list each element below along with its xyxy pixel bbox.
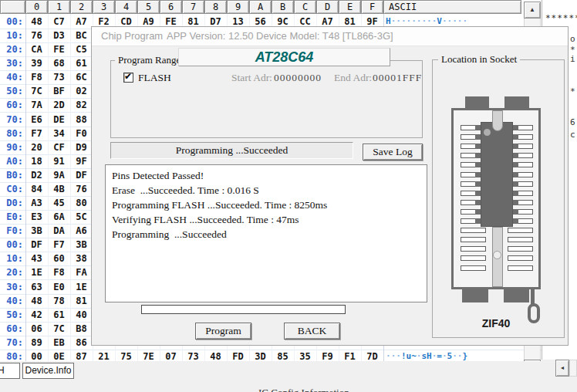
hex-byte-cell[interactable]: 06	[25, 322, 48, 336]
hex-byte-cell[interactable]: D2	[25, 168, 48, 182]
hex-byte-cell[interactable]: 84	[25, 182, 48, 196]
scroll-left-button[interactable]: ◂	[555, 360, 569, 377]
hex-header-cell: 3	[93, 0, 115, 14]
hex-byte-cell[interactable]: 39	[25, 56, 48, 70]
pin1-dot-icon	[484, 129, 491, 136]
hex-byte-cell[interactable]: 20	[25, 140, 48, 154]
hex-byte-cell[interactable]: 38	[70, 252, 93, 265]
hex-byte-cell[interactable]: 43	[25, 252, 48, 265]
hex-byte-cell[interactable]: 88	[70, 113, 93, 127]
hex-byte-cell[interactable]: F8	[25, 70, 48, 84]
hex-byte-cell[interactable]: E6	[25, 113, 48, 127]
hex-byte-cell[interactable]: 7C	[48, 322, 70, 336]
program-range-label: Program Range	[115, 55, 184, 66]
hex-byte-cell[interactable]: 61	[70, 56, 93, 70]
app-window: 0123456789ABCDEFASCII 00:48C7A7F2CDA9FE8…	[0, 0, 577, 392]
hex-byte-cell[interactable]: 86	[70, 336, 93, 350]
hex-byte-cell[interactable]: DE	[48, 113, 70, 127]
hex-byte-cell[interactable]: F8	[48, 265, 70, 279]
hex-byte-cell[interactable]: 61	[48, 308, 70, 322]
hex-byte-cell[interactable]: 6C	[70, 70, 93, 84]
hex-header-cell: 4	[115, 0, 137, 14]
hex-byte-cell[interactable]: 40	[70, 308, 93, 322]
hex-address: 30:	[0, 280, 23, 294]
hex-address: 70:	[0, 113, 23, 127]
dialog-titlebar[interactable]: Chip Program APP Version: 12.50 Device M…	[92, 27, 568, 46]
hex-byte-cell[interactable]: 1E	[25, 265, 48, 279]
hex-byte-cell[interactable]: BC	[70, 29, 93, 42]
hex-byte-cell[interactable]: DF	[25, 238, 48, 252]
save-log-button[interactable]: Save Log	[363, 144, 423, 161]
hex-byte-cell[interactable]: A7	[70, 15, 93, 29]
pin-contact-left	[475, 209, 481, 215]
pin-slot-left	[461, 237, 486, 242]
hex-byte-cell[interactable]: 5C	[70, 210, 93, 224]
flash-checkbox[interactable]: ✔	[123, 73, 133, 83]
hex-byte-cell[interactable]: F0	[70, 127, 93, 140]
hex-byte-cell[interactable]: 42	[25, 308, 48, 322]
hex-byte-cell[interactable]: 63	[25, 280, 48, 294]
tab-buffer[interactable]: H	[0, 363, 20, 379]
hex-byte-cell[interactable]: BF	[48, 84, 70, 98]
bottom-bar: H Device.Info ◂ IC Config Information	[0, 361, 577, 392]
hex-byte-cell[interactable]: 3B	[70, 238, 93, 252]
hex-byte-cell[interactable]: FA	[70, 265, 93, 279]
hex-byte-cell[interactable]: 7A	[25, 98, 48, 112]
hex-byte-cell[interactable]: E0	[48, 280, 70, 294]
hex-byte-cell[interactable]: C5	[70, 42, 93, 56]
hex-byte-cell[interactable]: 48	[25, 294, 48, 308]
pin-slot-left	[461, 246, 486, 252]
hex-byte-cell[interactable]: 34	[48, 127, 70, 140]
hex-byte-cell[interactable]: 18	[25, 154, 48, 168]
hex-byte-cell[interactable]: 68	[48, 56, 70, 70]
program-button[interactable]: Program	[195, 323, 251, 340]
hex-byte-cell[interactable]: 91	[48, 154, 70, 168]
hex-byte-cell[interactable]: 78	[48, 294, 70, 308]
hex-header-cell: F	[361, 0, 383, 14]
hex-byte-cell[interactable]: 73	[48, 70, 70, 84]
hex-byte-cell[interactable]: 4B	[48, 182, 70, 196]
hex-byte-cell[interactable]: F7	[48, 238, 70, 252]
hex-byte-cell[interactable]: 3B	[25, 224, 48, 238]
hex-byte-cell[interactable]: D3	[48, 29, 70, 42]
hex-byte-cell[interactable]: A3	[25, 196, 48, 210]
hex-header-cell: 1	[48, 0, 70, 14]
log-line: Pins Detected Passed!	[112, 168, 420, 183]
hex-byte-cell[interactable]: 60	[48, 252, 70, 265]
hex-byte-cell[interactable]: 7C	[25, 84, 48, 98]
hex-byte-cell[interactable]: FE	[48, 42, 70, 56]
log-line: Programming FLASH ...Succeeded. Time : 8…	[112, 198, 420, 212]
scroll-up-button[interactable]: ▲	[524, 2, 541, 19]
hex-byte-cell[interactable]: 1E	[70, 280, 93, 294]
hex-byte-cell[interactable]: 02	[70, 84, 93, 98]
hex-byte-cell[interactable]: E3	[25, 210, 48, 224]
hex-byte-cell[interactable]: 80	[70, 196, 93, 210]
hex-byte-cell[interactable]: DF	[70, 168, 93, 182]
hex-byte-cell[interactable]: 2D	[48, 98, 70, 112]
log-textarea[interactable]: Pins Detected Passed!Erase ...Succeeded.…	[105, 164, 427, 302]
hex-byte-cell[interactable]: 48	[25, 15, 48, 29]
hex-byte-cell[interactable]: 45	[48, 196, 70, 210]
tab-device-info[interactable]: Device.Info	[22, 363, 74, 379]
hex-byte-cell[interactable]: F7	[25, 127, 48, 140]
hex-address: B0:	[0, 168, 23, 182]
hex-byte-cell[interactable]: 9A	[48, 168, 70, 182]
horizontal-scrollbar[interactable]	[569, 360, 577, 377]
back-button[interactable]: BACK	[284, 323, 340, 340]
hex-byte-cell[interactable]: 89	[25, 336, 48, 350]
hex-byte-cell[interactable]: 82	[70, 98, 93, 112]
hex-byte-cell[interactable]: 6A	[48, 210, 70, 224]
hex-address: 10:	[0, 29, 23, 42]
hex-byte-cell[interactable]: CF	[48, 140, 70, 154]
hex-byte-cell[interactable]: CA	[25, 42, 48, 56]
hex-byte-cell[interactable]: 76	[25, 29, 48, 42]
hex-byte-cell[interactable]: A6	[70, 224, 93, 238]
hex-byte-cell[interactable]: 76	[70, 182, 93, 196]
hex-byte-cell[interactable]: 9F	[70, 154, 93, 168]
hex-byte-cell[interactable]: C7	[48, 15, 70, 29]
hex-byte-cell[interactable]: DA	[48, 224, 70, 238]
hex-byte-cell[interactable]: B8	[70, 322, 93, 336]
hex-byte-cell[interactable]: D9	[70, 140, 93, 154]
hex-byte-cell[interactable]: EB	[48, 336, 70, 350]
hex-byte-cell[interactable]: 81	[70, 294, 93, 308]
